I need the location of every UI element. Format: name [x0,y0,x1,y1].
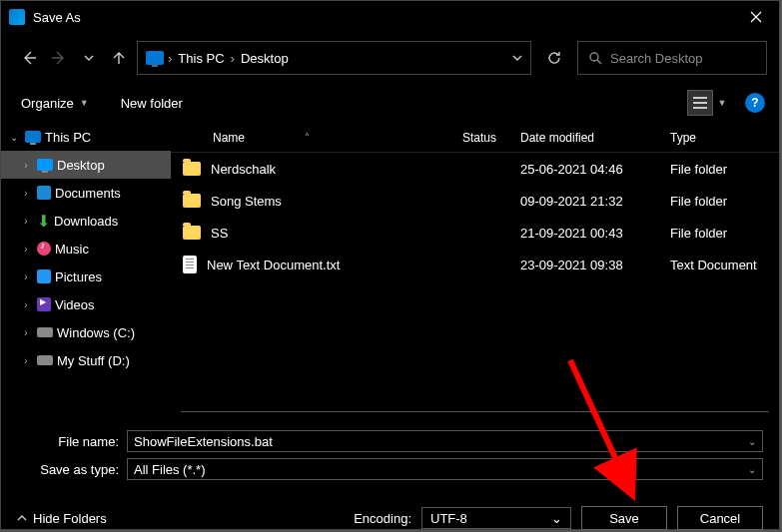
svg-point-0 [590,53,598,61]
file-row[interactable]: New Text Document.txt 23-09-2021 09:38 T… [171,249,779,280]
tree-label: Music [55,242,89,257]
folder-icon [183,162,201,176]
file-type: File folder [648,194,779,209]
tree-documents[interactable]: › Documents [1,179,171,207]
tree-drive-c[interactable]: › Windows (C:) [1,318,171,346]
refresh-icon [546,50,562,66]
col-date[interactable]: Date modified [498,131,648,145]
chevron-right-icon: › [168,51,172,66]
help-button[interactable]: ? [745,93,765,113]
encoding-label: Encoding: [354,511,411,526]
organize-label: Organize [21,96,74,111]
expand-icon[interactable]: › [19,299,33,310]
file-row[interactable]: Nerdschalk 25-06-2021 04:46 File folder [171,153,779,185]
hide-folders-button[interactable]: Hide Folders [17,511,107,526]
saveastype-label: Save as type: [17,462,127,477]
nav-row: › This PC › Desktop Search Desktop [1,33,779,83]
file-date: 23-09-2021 09:38 [498,258,648,272]
recent-dropdown[interactable] [77,46,101,70]
file-name: New Text Document.txt [207,258,340,272]
expand-icon[interactable]: › [19,327,33,338]
view-options-button[interactable] [687,90,713,116]
expand-icon[interactable]: › [19,355,33,366]
close-button[interactable] [733,1,779,33]
encoding-combo[interactable]: UTF-8 ⌄ [421,507,571,529]
text-file-icon [183,256,197,273]
drive-icon [37,355,53,365]
cancel-button[interactable]: Cancel [677,506,763,530]
col-label: Name [213,131,245,145]
new-folder-button[interactable]: New folder [115,92,189,115]
tree-videos[interactable]: › Videos [1,290,171,318]
chevron-down-icon: ▼ [718,98,727,108]
search-box[interactable]: Search Desktop [577,41,767,75]
drive-icon [37,327,53,337]
expand-icon[interactable]: › [19,216,33,227]
file-list: Name˄ Status Date modified Type Nerdscha… [171,123,779,420]
expand-icon[interactable]: › [19,271,33,282]
file-row[interactable]: Song Stems 09-09-2021 21:32 File folder [171,185,779,217]
saveastype-combo[interactable]: All Files (*.*) ⌄ [127,458,763,480]
tree-label: Windows (C:) [57,325,135,340]
folder-tree: ⌄ This PC › Desktop › Documents › ⬇ Down… [1,123,171,420]
file-name: SS [211,226,228,241]
file-type: File folder [648,226,779,241]
view-dropdown[interactable]: ▼ [713,91,731,115]
documents-icon [37,186,51,200]
breadcrumb-desktop[interactable]: Desktop [239,51,291,66]
save-button[interactable]: Save [581,506,667,530]
expand-icon[interactable]: › [19,188,33,199]
titlebar: Save As [1,1,779,33]
file-date: 09-09-2021 21:32 [498,194,648,209]
chevron-down-icon[interactable]: ⌄ [748,436,756,447]
chevron-down-icon[interactable]: ⌄ [748,464,756,475]
scrollbar-track[interactable] [181,411,769,412]
desktop-icon [37,159,53,171]
refresh-button[interactable] [537,41,571,75]
col-status[interactable]: Status [440,131,498,145]
hide-folders-label: Hide Folders [33,511,107,526]
address-bar[interactable]: › This PC › Desktop [137,41,531,75]
tree-pictures[interactable]: › Pictures [1,263,171,290]
toolbar: Organize ▼ New folder ▼ ? [1,83,779,123]
tree-music[interactable]: › Music [1,235,171,263]
folder-icon [183,226,201,240]
sort-asc-icon: ˄ [305,132,310,143]
tree-label: Pictures [55,269,102,284]
music-icon [37,242,51,256]
tree-this-pc[interactable]: ⌄ This PC [1,123,171,151]
chevron-down-icon[interactable] [512,53,522,63]
close-icon [750,11,762,23]
back-button[interactable] [17,46,41,70]
chevron-right-icon: › [231,51,235,66]
organize-button[interactable]: Organize ▼ [15,92,95,115]
this-pc-icon [146,51,164,65]
file-type: File folder [648,162,779,177]
tree-drive-d[interactable]: › My Stuff (D:) [1,346,171,374]
col-name[interactable]: Name˄ [171,131,440,145]
tree-label: This PC [45,130,91,145]
tree-label: Documents [55,186,121,201]
col-type[interactable]: Type [648,131,779,145]
filename-input[interactable] [134,434,748,449]
chevron-up-icon [17,513,27,523]
collapse-icon[interactable]: ⌄ [7,132,21,143]
chevron-down-icon: ▼ [80,98,89,108]
breadcrumb-this-pc[interactable]: This PC [176,51,226,66]
tree-desktop[interactable]: › Desktop [1,151,171,179]
tree-label: My Stuff (D:) [57,353,130,368]
file-date: 25-06-2021 04:46 [498,162,648,177]
expand-icon[interactable]: › [19,244,33,255]
file-row[interactable]: SS 21-09-2021 00:43 File folder [171,217,779,249]
forward-button[interactable] [47,46,71,70]
save-form: File name: ⌄ Save as type: All Files (*.… [1,420,779,480]
chevron-down-icon[interactable]: ⌄ [551,511,562,526]
filename-label: File name: [17,434,127,449]
tree-label: Videos [55,297,95,312]
dialog-footer: Hide Folders Encoding: UTF-8 ⌄ Save Canc… [1,486,779,530]
expand-icon[interactable]: › [19,160,33,171]
tree-downloads[interactable]: › ⬇ Downloads [1,207,171,235]
up-button[interactable] [107,46,131,70]
filename-combo[interactable]: ⌄ [127,430,763,452]
saveastype-value: All Files (*.*) [134,462,206,477]
